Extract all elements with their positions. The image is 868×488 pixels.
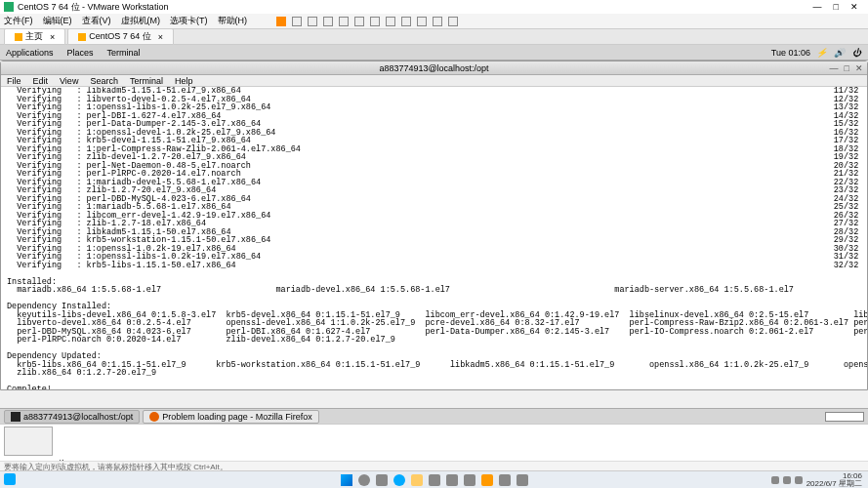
terminal-menubar: File Edit View Search Terminal Help (1, 75, 867, 87)
tab-vm-close[interactable]: × (158, 32, 163, 42)
vm-thumb-preview (4, 427, 53, 456)
terminal-titlebar[interactable]: a883774913@localhost:/opt — □ ✕ (1, 61, 867, 75)
app-icon-3[interactable] (481, 474, 493, 486)
toolbar-icon-1[interactable] (292, 17, 302, 26)
power-icon[interactable]: ⏻ (852, 48, 862, 58)
firefox-icon (149, 412, 159, 422)
vmware-thumbstrip: CentOS 7 64 位 (0, 424, 868, 461)
edge-icon[interactable] (393, 474, 405, 486)
tray-icon-1[interactable] (771, 476, 779, 484)
toolbar-icon-7[interactable] (386, 17, 395, 26)
menu-vm[interactable]: 虚拟机(M) (121, 15, 161, 27)
menu-view[interactable]: 查看(V) (82, 15, 111, 27)
tab-home-label: 主页 (25, 30, 43, 43)
close-button[interactable]: ✕ (845, 2, 864, 12)
store-icon[interactable] (429, 474, 440, 486)
term-menu-search[interactable]: Search (90, 76, 118, 86)
taskbar-firefox-label: Problem loading page - Mozilla Firefox (162, 412, 312, 422)
term-close[interactable]: ✕ (855, 63, 863, 73)
menu-help[interactable]: 帮助(H) (218, 15, 248, 27)
vmware-statusbar: 要将输入定向到该虚拟机，请将鼠标指针移入其中或按 Ctrl+Alt。 (0, 461, 868, 470)
vmware-tabbar: 主页 × CentOS 7 64 位 × (0, 29, 868, 45)
term-menu-help[interactable]: Help (175, 76, 193, 86)
term-minimize[interactable]: — (830, 63, 839, 73)
toolbar-icon-6[interactable] (370, 17, 380, 26)
gnome-places[interactable]: Places (67, 48, 94, 58)
term-menu-view[interactable]: View (60, 76, 78, 86)
gnome-topbar: Applications Places Terminal Tue 01:06 ⚡… (0, 45, 868, 61)
network-icon[interactable]: ⚡ (816, 48, 826, 58)
app-icon-4[interactable] (499, 474, 511, 486)
toolbar-icon-3[interactable] (323, 17, 333, 26)
window-title: CentOS 7 64 位 - VMware Workstation (18, 1, 168, 14)
app-icon-2[interactable] (464, 474, 475, 486)
menu-file[interactable]: 文件(F) (4, 15, 33, 27)
menu-tabs[interactable]: 选项卡(T) (170, 15, 208, 27)
explorer-icon[interactable] (411, 474, 423, 486)
toolbar-icon-4[interactable] (339, 17, 349, 26)
menu-edit[interactable]: 编辑(E) (43, 15, 72, 27)
vmware-menubar: 文件(F) 编辑(E) 查看(V) 虚拟机(M) 选项卡(T) 帮助(H) (0, 14, 868, 29)
volume-icon[interactable]: 🔊 (834, 48, 844, 58)
gnome-applications[interactable]: Applications (6, 48, 54, 58)
taskview-icon[interactable] (376, 474, 388, 486)
gnome-terminal[interactable]: Terminal (107, 48, 141, 58)
tab-home[interactable]: 主页 × (4, 28, 65, 45)
toolbar-icon-11[interactable] (448, 17, 458, 26)
vmware-titlebar: CentOS 7 64 位 - VMware Workstation — □ ✕ (0, 0, 868, 14)
taskbar-date: 2022/6/7 星期二 (806, 480, 862, 488)
tray-icon-3[interactable] (795, 476, 803, 484)
minimize-button[interactable]: — (807, 2, 828, 12)
taskbar-clock[interactable]: 16:06 2022/6/7 星期二 (806, 472, 862, 488)
tab-vm-label: CentOS 7 64 位 (89, 30, 151, 43)
taskbar-firefox[interactable]: Problem loading page - Mozilla Firefox (143, 410, 319, 424)
app-icon-1[interactable] (446, 474, 458, 486)
taskbar-terminal[interactable]: a883774913@localhost:/opt (4, 410, 140, 424)
widgets-icon[interactable] (4, 473, 16, 485)
toolbar-icon-9[interactable] (417, 17, 427, 26)
term-menu-edit[interactable]: Edit (33, 76, 49, 86)
toolbar-icon-10[interactable] (433, 17, 442, 26)
term-maximize[interactable]: □ (845, 63, 849, 73)
term-menu-terminal[interactable]: Terminal (130, 76, 163, 86)
terminal-icon (11, 412, 21, 422)
term-menu-file[interactable]: File (7, 76, 21, 86)
gnome-clock[interactable]: Tue 01:06 (771, 48, 810, 58)
play-icon[interactable] (276, 17, 286, 26)
maximize-button[interactable]: □ (828, 2, 845, 12)
gnome-taskbar: a883774913@localhost:/opt Problem loadin… (0, 408, 868, 424)
toolbar-icon-8[interactable] (401, 17, 411, 26)
toolbar-icon-2[interactable] (308, 17, 317, 26)
taskbar-terminal-label: a883774913@localhost:/opt (23, 412, 133, 422)
tab-vm[interactable]: CentOS 7 64 位 × (67, 28, 174, 45)
vmware-icon (4, 2, 14, 12)
windows-taskbar: 16:06 2022/6/7 星期二 (0, 470, 868, 488)
systray[interactable]: 16:06 2022/6/7 星期二 (771, 472, 862, 488)
terminal-title: a883774913@localhost:/opt (379, 63, 488, 73)
start-icon[interactable] (341, 474, 352, 486)
terminal-window: a883774913@localhost:/opt — □ ✕ File Edi… (0, 61, 868, 390)
toolbar-icon-5[interactable] (354, 17, 364, 26)
tab-home-close[interactable]: × (50, 32, 55, 42)
vm-icon (78, 33, 86, 41)
search-icon[interactable] (358, 474, 370, 486)
workspace-switcher[interactable] (825, 412, 864, 422)
home-icon (15, 33, 22, 41)
tray-icon-2[interactable] (783, 476, 791, 484)
terminal-output[interactable]: Verifying : libkadm5-1.15.1-51.el7_9.x86… (1, 87, 867, 389)
app-icon-5[interactable] (517, 474, 528, 486)
